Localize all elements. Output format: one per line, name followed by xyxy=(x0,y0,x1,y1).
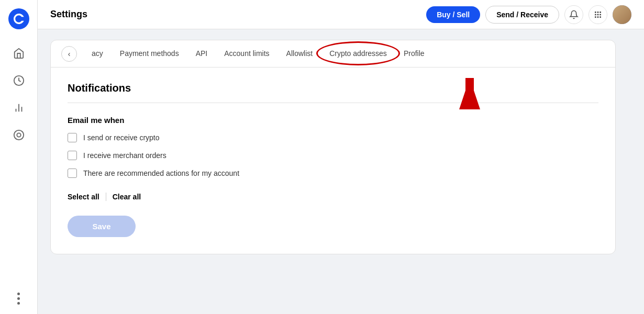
content-area: ‹ acy Payment methods API Account limits xyxy=(38,29,644,314)
checkbox-label-recommended: There are recommended actions for my acc… xyxy=(83,169,239,177)
svg-rect-15 xyxy=(599,16,601,18)
sidebar xyxy=(0,0,38,314)
checkbox-item-merchant: I receive merchant orders xyxy=(68,151,598,160)
checkbox-merchant[interactable] xyxy=(68,151,77,160)
buy-sell-button[interactable]: Buy / Sell xyxy=(426,6,480,23)
select-all-button[interactable]: Select all xyxy=(68,193,99,201)
checkbox-group: I send or receive crypto I receive merch… xyxy=(68,133,598,178)
svg-rect-14 xyxy=(597,16,599,18)
settings-card: ‹ acy Payment methods API Account limits xyxy=(50,40,616,254)
home-icon[interactable] xyxy=(12,46,26,61)
tab-privacy[interactable]: acy xyxy=(83,40,112,68)
svg-rect-7 xyxy=(595,12,596,13)
tab-account-limits[interactable]: Account limits xyxy=(216,40,277,68)
avatar[interactable] xyxy=(613,5,631,24)
main-area: Settings Buy / Sell Send / Receive xyxy=(38,0,644,314)
row-divider xyxy=(106,193,106,201)
topbar: Settings Buy / Sell Send / Receive xyxy=(38,0,644,29)
tab-navigation: ‹ acy Payment methods API Account limits xyxy=(51,40,615,68)
chart-icon[interactable] xyxy=(12,100,26,115)
tab-allowlist[interactable]: Allowlist xyxy=(278,40,321,68)
svg-point-6 xyxy=(17,133,20,137)
tab-payment-methods[interactable]: Payment methods xyxy=(112,40,187,68)
more-icon[interactable] xyxy=(12,291,26,306)
section-divider xyxy=(68,103,598,103)
section-title: Notifications xyxy=(68,82,598,94)
checkbox-label-merchant: I receive merchant orders xyxy=(83,151,166,160)
svg-rect-9 xyxy=(599,12,601,13)
checkbox-send-receive[interactable] xyxy=(68,133,77,142)
select-clear-row: Select all Clear all xyxy=(68,193,598,201)
svg-point-0 xyxy=(8,8,29,29)
page-title: Settings xyxy=(50,9,87,20)
tab-profile[interactable]: Profile xyxy=(395,40,433,68)
svg-point-5 xyxy=(14,130,23,140)
notifications-button[interactable] xyxy=(564,5,583,24)
tab-crypto-addresses[interactable]: Crypto addresses xyxy=(321,40,395,68)
checkbox-recommended[interactable] xyxy=(68,169,77,178)
svg-rect-12 xyxy=(599,14,601,15)
topbar-actions: Buy / Sell Send / Receive xyxy=(426,5,631,24)
grid-menu-button[interactable] xyxy=(589,5,607,24)
svg-rect-8 xyxy=(597,12,599,13)
tab-api[interactable]: API xyxy=(187,40,216,68)
checkbox-label-send-receive: I send or receive crypto xyxy=(83,133,160,142)
save-button[interactable]: Save xyxy=(68,216,136,237)
clear-all-button[interactable]: Clear all xyxy=(113,193,141,201)
coinbase-logo[interactable] xyxy=(8,8,29,29)
back-button[interactable]: ‹ xyxy=(61,46,77,62)
clock-icon[interactable] xyxy=(12,73,26,88)
send-receive-button[interactable]: Send / Receive xyxy=(485,6,559,24)
checkbox-item-send-receive: I send or receive crypto xyxy=(68,133,598,142)
svg-rect-10 xyxy=(595,14,596,15)
svg-rect-13 xyxy=(595,16,596,18)
checkbox-item-recommended: There are recommended actions for my acc… xyxy=(68,169,598,178)
chart-donut-icon[interactable] xyxy=(12,128,26,142)
email-label: Email me when xyxy=(68,116,598,125)
tab-content: Notifications Email me when I send or re… xyxy=(51,68,615,254)
svg-rect-11 xyxy=(597,14,599,15)
